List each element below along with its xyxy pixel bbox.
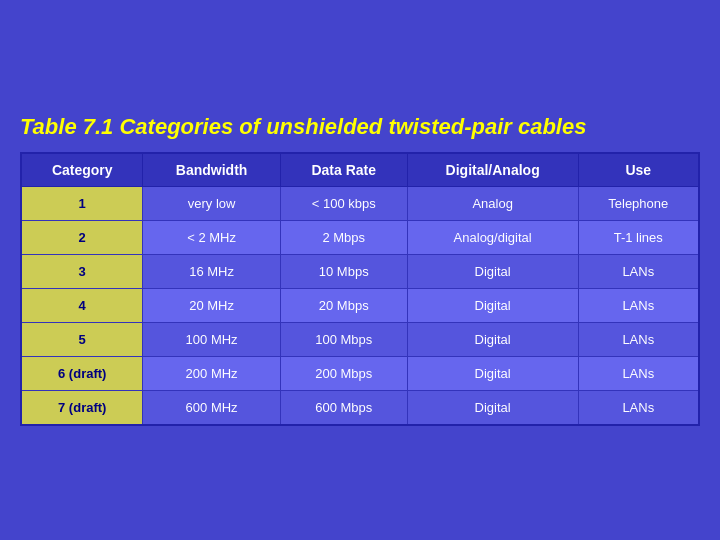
cell-digital-analog: Digital [407, 255, 578, 289]
header-data-rate: Data Rate [280, 153, 407, 187]
header-use: Use [578, 153, 699, 187]
cell-digital-analog: Digital [407, 357, 578, 391]
cell-category: 1 [21, 187, 143, 221]
cell-data-rate: 100 Mbps [280, 323, 407, 357]
cell-data-rate: 10 Mbps [280, 255, 407, 289]
header-digital-analog: Digital/Analog [407, 153, 578, 187]
cell-data-rate: 600 Mbps [280, 391, 407, 426]
table-row: 7 (draft)600 MHz600 MbpsDigitalLANs [21, 391, 699, 426]
cell-category: 2 [21, 221, 143, 255]
table-row: 420 MHz20 MbpsDigitalLANs [21, 289, 699, 323]
table-header-row: Category Bandwidth Data Rate Digital/Ana… [21, 153, 699, 187]
cell-category: 7 (draft) [21, 391, 143, 426]
cell-digital-analog: Analog [407, 187, 578, 221]
table-row: 6 (draft)200 MHz200 MbpsDigitalLANs [21, 357, 699, 391]
cell-use: T-1 lines [578, 221, 699, 255]
cell-use: LANs [578, 391, 699, 426]
cell-bandwidth: 200 MHz [143, 357, 280, 391]
cell-use: LANs [578, 289, 699, 323]
cables-table: Category Bandwidth Data Rate Digital/Ana… [20, 152, 700, 426]
cell-use: LANs [578, 357, 699, 391]
table-row: 2< 2 MHz2 MbpsAnalog/digitalT-1 lines [21, 221, 699, 255]
cell-bandwidth: very low [143, 187, 280, 221]
table-wrapper: Category Bandwidth Data Rate Digital/Ana… [20, 152, 700, 426]
cell-data-rate: < 100 kbps [280, 187, 407, 221]
header-bandwidth: Bandwidth [143, 153, 280, 187]
cell-category: 5 [21, 323, 143, 357]
cell-digital-analog: Digital [407, 289, 578, 323]
cell-digital-analog: Digital [407, 391, 578, 426]
cell-bandwidth: 100 MHz [143, 323, 280, 357]
table-row: 316 MHz10 MbpsDigitalLANs [21, 255, 699, 289]
cell-data-rate: 200 Mbps [280, 357, 407, 391]
table-row: 1very low< 100 kbpsAnalogTelephone [21, 187, 699, 221]
page-title: Table 7.1 Categories of unshielded twist… [20, 114, 700, 140]
cell-use: LANs [578, 255, 699, 289]
header-category: Category [21, 153, 143, 187]
cell-data-rate: 2 Mbps [280, 221, 407, 255]
cell-digital-analog: Digital [407, 323, 578, 357]
cell-digital-analog: Analog/digital [407, 221, 578, 255]
cell-bandwidth: 20 MHz [143, 289, 280, 323]
cell-bandwidth: 600 MHz [143, 391, 280, 426]
cell-data-rate: 20 Mbps [280, 289, 407, 323]
cell-category: 6 (draft) [21, 357, 143, 391]
cell-use: Telephone [578, 187, 699, 221]
cell-bandwidth: 16 MHz [143, 255, 280, 289]
cell-bandwidth: < 2 MHz [143, 221, 280, 255]
cell-use: LANs [578, 323, 699, 357]
cell-category: 4 [21, 289, 143, 323]
cell-category: 3 [21, 255, 143, 289]
table-row: 5100 MHz100 MbpsDigitalLANs [21, 323, 699, 357]
